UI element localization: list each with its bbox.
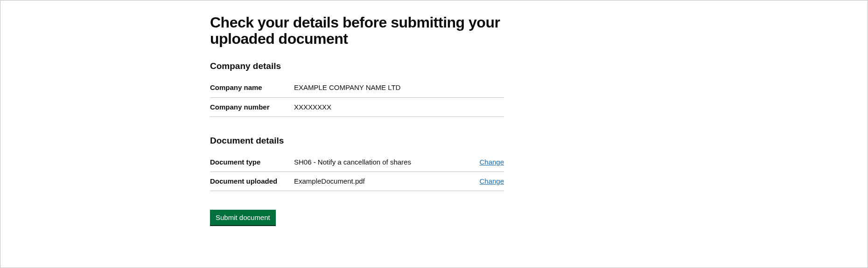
change-document-uploaded-link[interactable]: Change (479, 177, 504, 185)
document-type-value: SH06 - Notify a cancellation of shares (294, 158, 467, 167)
company-summary-list: Company name EXAMPLE COMPANY NAME LTD Co… (210, 78, 504, 117)
company-details-section: Company details Company name EXAMPLE COM… (210, 61, 504, 117)
page-title: Check your details before submitting you… (210, 14, 504, 47)
company-name-row: Company name EXAMPLE COMPANY NAME LTD (210, 78, 504, 97)
document-uploaded-value: ExampleDocument.pdf (294, 177, 467, 186)
document-details-section: Document details Document type SH06 - No… (210, 136, 504, 192)
company-number-row: Company number XXXXXXXX (210, 98, 504, 117)
submit-document-button[interactable]: Submit document (210, 210, 276, 225)
document-summary-list: Document type SH06 - Notify a cancellati… (210, 153, 504, 192)
document-uploaded-row: Document uploaded ExampleDocument.pdf Ch… (210, 172, 504, 191)
company-details-heading: Company details (210, 61, 504, 71)
change-document-type-link[interactable]: Change (479, 158, 504, 166)
company-number-value: XXXXXXXX (294, 103, 504, 112)
document-uploaded-label: Document uploaded (210, 177, 294, 186)
company-name-label: Company name (210, 83, 294, 92)
company-name-value: EXAMPLE COMPANY NAME LTD (294, 83, 504, 92)
document-type-label: Document type (210, 158, 294, 167)
document-details-heading: Document details (210, 136, 504, 146)
document-type-row: Document type SH06 - Notify a cancellati… (210, 153, 504, 172)
company-number-label: Company number (210, 103, 294, 112)
